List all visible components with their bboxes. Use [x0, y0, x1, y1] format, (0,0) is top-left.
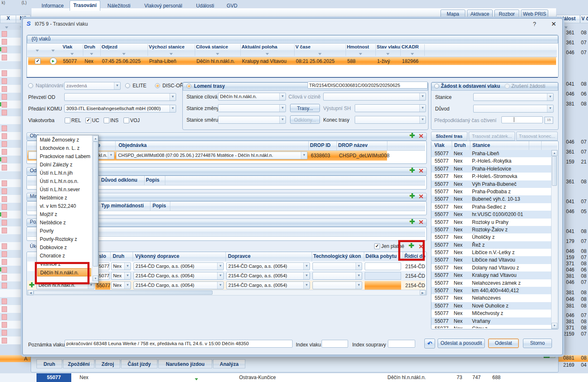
operations-column-header[interactable]: Výkonný dopravce	[135, 253, 224, 259]
vystupni-sh-select[interactable]: ▼	[355, 104, 426, 112]
route-station-row[interactable]: 55077NexPraha-Holešovice	[431, 165, 551, 173]
dopravce-select[interactable]: 2154-ČD Cargo, a.s. (0054)▼	[226, 281, 310, 289]
route-station-row[interactable]: 55077NexÚholičky z	[431, 233, 551, 241]
delka-pobytu-field[interactable]	[365, 281, 401, 290]
trains-column-header[interactable]: Cílová stanice	[195, 44, 241, 56]
zruseni-zadosti-radio[interactable]	[505, 84, 510, 89]
dropdown-item[interactable]: Neštěmice z	[37, 194, 92, 202]
rel-checkbox[interactable]	[65, 118, 70, 123]
elite-radio[interactable]	[125, 83, 130, 88]
dropdown-item[interactable]: Mojžíř z	[37, 210, 92, 219]
add-diversion-icon[interactable]: ✚	[409, 167, 415, 174]
trains-column-header[interactable]: Výchozí stanice	[148, 44, 195, 56]
tech-ukon-select[interactable]: ▼	[312, 281, 362, 289]
route-station-row[interactable]: 55077NexŘež z	[431, 241, 551, 249]
vykonny-dopravce-select[interactable]: 2154-ČD Cargo, a.s. (0054)▼	[133, 262, 224, 270]
cas-oziveni-field[interactable]	[501, 116, 543, 123]
route-station-row[interactable]: 55077NexP.-Holeš.-Stromovka	[431, 173, 551, 180]
tech-ukon-select[interactable]: ▼	[312, 262, 362, 270]
train-row[interactable]: ✓ ▶ 55077 Nex 07:45 25.06.2025 Praha-Lib…	[28, 57, 556, 65]
dropdown-item[interactable]: Ústí n.L.hl.n.jih	[37, 169, 92, 177]
operations-column-header[interactable]: Délka pobytu	[365, 253, 401, 259]
route-station-row[interactable]: 55077NexLibčice n.V.-Letky z	[431, 249, 551, 256]
route-station-row[interactable]: 55077Nexkm 440,400=440,412	[431, 287, 551, 294]
help-button[interactable]: ?	[533, 21, 536, 27]
route-station-row[interactable]: 55077NexCítov z	[431, 325, 551, 328]
index-soupravy-field[interactable]	[388, 340, 415, 348]
cilova-v-cizine-select[interactable]: ▼	[323, 93, 426, 101]
route-station-row[interactable]: 55077NexNové Ouholice z	[431, 302, 551, 310]
diversions-column-header[interactable]: Popis	[146, 177, 171, 183]
route-station-row[interactable]: 55077NexRoztoky u Prahy	[431, 219, 551, 226]
vykonny-dopravce-select[interactable]: 2154-ČD Cargo, a.s. (0054)▼	[133, 281, 224, 289]
odeslat-a-posoudit-button[interactable]: Odeslat a posoudit	[438, 339, 485, 348]
orders-column-header[interactable]: Objednávka	[119, 142, 210, 148]
trains-column-header[interactable]: Druh	[83, 44, 101, 56]
route-station-row[interactable]: 55077NexMlčechvosty z	[431, 310, 551, 317]
operations-hscrollbar[interactable]: ◀ ▶	[27, 290, 426, 296]
dropdown-item[interactable]: Litochovice n. L. z	[37, 144, 92, 152]
tr-route-id-field[interactable]: TR/2154/DISCO030681C/00/2025/20250625	[307, 82, 428, 89]
operations-column-header[interactable]: Dopravce	[228, 253, 310, 259]
orders-column-header[interactable]: DROP název	[338, 142, 385, 148]
route-station-row[interactable]: 55077NexRoztoky-Žalov z	[431, 226, 551, 233]
tech-ukon-select[interactable]: ▼	[312, 272, 362, 280]
uc-checkbox[interactable]: ✓	[85, 118, 91, 123]
route-station-row[interactable]: 55077NexLibčice nad Vltavou	[431, 256, 551, 264]
order-select[interactable]: CHSPD_deLWIMst008 (07:00 25.06.) 2274487…	[116, 151, 307, 159]
trains-column-header[interactable]: CKADR	[400, 44, 425, 56]
trains-column-header[interactable]: Odjezd	[100, 44, 148, 56]
poznamka-vlaku-field[interactable]: pokračování 68348 Leuna Werke / 758 ex, …	[65, 340, 293, 348]
dropdown-item[interactable]: Ústí n.L.hl.n.os.n.	[37, 177, 92, 185]
dropdown-item[interactable]: Dobkovice z	[37, 243, 92, 252]
park-stanice-select[interactable]: ▼	[473, 93, 554, 101]
add-note-icon[interactable]: ✚	[409, 219, 415, 225]
dopravce-select[interactable]: 2154-ČD Cargo, a.s. (0054)▼	[226, 272, 310, 280]
irregularities-column-header[interactable]: Popis	[152, 203, 177, 209]
trains-column-header[interactable]: Stav vlaku	[375, 44, 401, 56]
stanice-zmeny-select[interactable]: ▼	[218, 104, 286, 112]
dropdown-vscrollbar[interactable]: ▲ ▼	[92, 135, 98, 282]
naplanovani-select[interactable]: zavedená▼	[64, 82, 121, 90]
route-station-row[interactable]: 55077NexVraňany	[431, 317, 551, 325]
dropdown-item[interactable]: Malé Žernoseky z	[37, 136, 92, 144]
vykonny-dopravce-select[interactable]: 2154-ČD Cargo, a.s. (0054)▼	[133, 272, 224, 280]
delka-pobytu-field[interactable]	[365, 272, 401, 280]
odklony-button[interactable]: Odklony...	[290, 115, 320, 124]
prevzeti-od-select[interactable]: ▼	[64, 93, 176, 101]
dropdown-item[interactable]: Neštědice z	[37, 219, 92, 227]
predani-komu-select[interactable]: 3093-ITL Eisenbahngesellschaft mbH (0080…	[64, 105, 176, 113]
dropdown-item[interactable]: Prackovice nad Labem	[37, 152, 92, 161]
naplanovani-radio[interactable]	[28, 83, 33, 88]
disc-or-radio[interactable]	[155, 83, 160, 88]
route-panel-tab[interactable]: Trasovat konec...	[516, 132, 558, 141]
dropdown-item[interactable]: Choratice z	[37, 252, 92, 260]
route-station-row[interactable]: 55077NexKralupy nad Vltavou	[431, 271, 551, 279]
delete-order-icon[interactable]: ✕	[419, 133, 424, 139]
play-icon[interactable]: ▶	[50, 58, 57, 65]
dropdown-item[interactable]: Dolní Zálezly z	[37, 161, 92, 169]
operations-column-header[interactable]: Technologický úkon	[313, 253, 362, 259]
route-station-row[interactable]: 55077NexP.-Holeš.-Rokytka	[431, 157, 551, 165]
jen-platne-checkbox[interactable]: ✓	[374, 243, 380, 249]
route-station-row[interactable]: 55077NexBubeneč výh.č. 10-13	[431, 195, 551, 203]
storno-button[interactable]: Storno	[523, 339, 552, 348]
calendar-icon[interactable]: 15	[544, 117, 553, 124]
trains-column-header[interactable]: Aktuální poloha	[240, 44, 295, 56]
add-irregularity-icon[interactable]: ✚	[409, 193, 415, 199]
trasy-button[interactable]: Trasy...	[290, 104, 320, 112]
druh-select[interactable]: Nex▼	[111, 262, 131, 270]
druh-select[interactable]: Nex▼	[111, 272, 131, 280]
route-station-row[interactable]: 55077NexNelahozeves zámek z	[431, 279, 551, 287]
delete-note-icon[interactable]: ✕	[419, 219, 424, 225]
orders-column-header[interactable]: DROP ID	[310, 142, 335, 148]
route-station-row[interactable]: 55077NexNelahozeves	[431, 294, 551, 302]
dropdown-item[interactable]: vl. v km 522,240	[37, 202, 92, 210]
route-panel-tab[interactable]: Trasovat začátek...	[469, 132, 515, 141]
add-row-icon[interactable]: ✚	[29, 282, 34, 288]
stanice-smeru-select[interactable]: ▼	[218, 116, 286, 124]
dropdown-item[interactable]: Povrly-Roztoky z	[37, 235, 92, 243]
diversions-column-header[interactable]: Důvod odklonu	[101, 177, 143, 183]
route-station-row[interactable]: 55077NexDolany nad Vltavou z	[431, 264, 551, 271]
trains-column-header[interactable]: Vlak	[61, 44, 83, 56]
